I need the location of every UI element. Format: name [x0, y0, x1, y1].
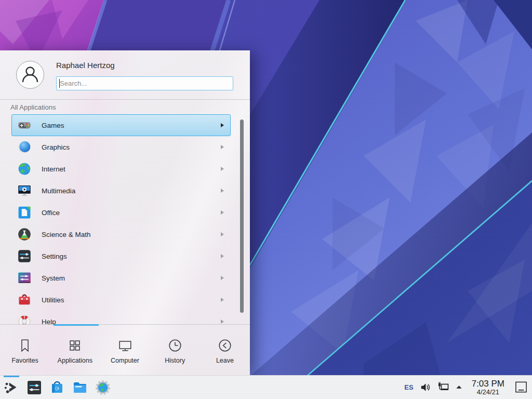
tab-computer[interactable]: Computer: [100, 326, 150, 375]
lifebuoy-icon: [17, 314, 32, 324]
tab-history[interactable]: History: [150, 326, 200, 375]
launcher-tab-bar: Favorites Applications Computer: [0, 326, 250, 375]
taskbar-app-launcher-button[interactable]: [0, 376, 23, 399]
system-screen-icon: [17, 271, 32, 285]
system-tray: ES 7:03 PM 4/24/21: [404, 378, 532, 397]
submenu-arrow-icon: [221, 276, 224, 280]
taskbar-web-browser-button[interactable]: [91, 376, 114, 399]
user-name: Raphael Hertzog: [56, 61, 115, 70]
submenu-arrow-icon: [221, 189, 224, 193]
clock-icon: [167, 338, 183, 353]
user-avatar[interactable]: [16, 61, 44, 89]
submenu-arrow-icon: [221, 254, 224, 258]
taskbar: ES 7:03 PM 4/24/21: [0, 375, 532, 399]
active-tab-indicator: [54, 324, 99, 326]
category-label: Help: [42, 318, 56, 325]
shopping-bag-icon: [49, 379, 65, 396]
taskbar-discover-button[interactable]: [46, 376, 69, 399]
settings-sliders-icon: [26, 379, 43, 396]
category-row-multimedia[interactable]: Multimedia: [11, 180, 231, 202]
expand-tray-arrow-icon[interactable]: [455, 383, 463, 391]
gamepad-icon: [17, 118, 32, 132]
category-row-games[interactable]: Games: [11, 114, 231, 136]
search-box: [56, 76, 233, 90]
folder-icon: [72, 379, 88, 396]
category-row-help[interactable]: Help: [11, 311, 231, 324]
toolbox-icon: [17, 292, 32, 307]
submenu-arrow-icon: [221, 210, 224, 215]
footer-separator: [0, 324, 250, 325]
submenu-arrow-icon: [221, 167, 224, 171]
network-wired-icon[interactable]: [437, 381, 449, 394]
show-desktop-icon: [514, 381, 528, 394]
computer-icon: [117, 338, 133, 353]
category-label: Graphics: [42, 143, 70, 151]
category-label: Utilities: [42, 296, 64, 304]
tab-favorites[interactable]: Favorites: [0, 326, 50, 375]
tab-applications[interactable]: Applications: [50, 326, 100, 375]
search-input[interactable]: [60, 77, 233, 90]
leave-icon: [217, 338, 233, 353]
category-row-graphics[interactable]: Graphics: [11, 136, 231, 158]
clock-time: 7:03 PM: [472, 379, 504, 389]
category-label: Multimedia: [42, 187, 75, 195]
category-row-internet[interactable]: Internet: [11, 158, 231, 180]
keyboard-layout-indicator[interactable]: ES: [404, 383, 413, 391]
application-launcher-menu: Raphael Hertzog All Applications: [0, 50, 250, 375]
list-scrollbar: [240, 119, 244, 313]
submenu-arrow-icon: [221, 320, 224, 324]
document-icon: [17, 205, 32, 220]
tab-label: History: [165, 357, 185, 364]
kde-start-icon: [3, 379, 20, 396]
grid-icon: [67, 338, 83, 353]
submenu-arrow-icon: [221, 123, 224, 127]
submenu-arrow-icon: [221, 145, 224, 149]
category-label: System: [42, 274, 65, 282]
category-label: Office: [42, 209, 60, 217]
sliders-icon: [17, 249, 32, 263]
bookmark-icon: [17, 338, 33, 353]
sphere-icon: [17, 140, 32, 154]
category-list: Games Graphics: [11, 114, 231, 324]
flask-icon: [17, 227, 32, 242]
scrollbar-thumb[interactable]: [240, 119, 244, 313]
taskbar-system-settings-button[interactable]: [23, 376, 46, 399]
category-label: Internet: [42, 165, 65, 173]
taskbar-file-manager-button[interactable]: [69, 376, 91, 399]
category-row-science-math[interactable]: Science & Math: [11, 223, 231, 245]
tab-label: Computer: [111, 357, 139, 364]
volume-icon[interactable]: [419, 381, 431, 393]
category-label: Games: [42, 122, 64, 129]
globe-icon: [17, 162, 32, 176]
submenu-arrow-icon: [221, 298, 224, 302]
clock-date: 4/24/21: [477, 389, 499, 396]
category-label: Science & Math: [42, 231, 91, 238]
desktop: Raphael Hertzog All Applications: [0, 0, 532, 399]
category-label: Settings: [42, 252, 67, 260]
tab-label: Favorites: [11, 357, 38, 364]
section-label: All Applications: [10, 103, 56, 111]
user-silhouette-icon: [19, 63, 42, 86]
active-task-indicator: [4, 376, 19, 377]
category-row-system[interactable]: System: [11, 267, 231, 289]
digital-clock[interactable]: 7:03 PM 4/24/21: [472, 379, 504, 395]
tab-label: Leave: [216, 357, 234, 364]
show-desktop-button[interactable]: [513, 378, 529, 397]
submenu-arrow-icon: [221, 232, 224, 236]
category-row-office[interactable]: Office: [11, 202, 231, 223]
category-row-settings[interactable]: Settings: [11, 245, 231, 267]
tab-label: Applications: [58, 357, 92, 364]
header-separator: [0, 99, 250, 100]
globe-gear-icon: [95, 379, 111, 396]
monitor-play-icon: [17, 183, 32, 198]
category-row-utilities[interactable]: Utilities: [11, 289, 231, 311]
tab-leave[interactable]: Leave: [200, 326, 250, 375]
